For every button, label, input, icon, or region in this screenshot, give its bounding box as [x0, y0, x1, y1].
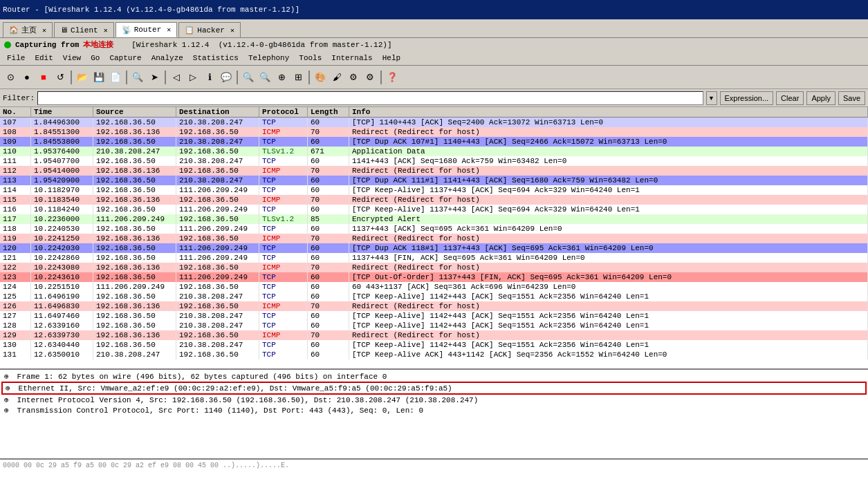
tab-hacker[interactable]: 📋 Hacker ✕ [178, 22, 241, 37]
table-row[interactable]: 1091.84553800192.168.36.50210.38.208.247… [0, 137, 868, 147]
pkt-src: 111.206.209.249 [93, 214, 176, 224]
filter-dropdown-btn[interactable]: ▼ [706, 91, 717, 105]
pkt-time: 10.1183540 [31, 195, 93, 205]
pkt-no: 108 [0, 127, 31, 137]
tb-zoom-in-btn[interactable]: 🔍 [241, 70, 256, 85]
menu-go[interactable]: Go [86, 53, 104, 64]
tb-zoom-out-btn[interactable]: 🔍 [257, 70, 273, 85]
tb-prefs-btn[interactable]: ⚙ [362, 70, 378, 85]
filter-clear-btn[interactable]: Clear [776, 91, 804, 105]
tab-router-label: Router [134, 26, 162, 34]
table-row[interactable]: 12611.6496830192.168.36.136192.168.36.50… [0, 301, 868, 311]
table-row[interactable]: 1071.84496300192.168.36.50210.38.208.247… [0, 118, 868, 127]
tb-stop-btn[interactable]: ■ [36, 70, 51, 85]
tb-colorize-btn[interactable]: 🖌 [329, 70, 344, 85]
detail-item[interactable]: ⊕ Transmission Control Protocol, Src Por… [1, 405, 867, 415]
table-row[interactable]: 11510.1183540192.168.36.136192.168.36.50… [0, 195, 868, 205]
caption-location: 本地连接 [83, 39, 113, 50]
pkt-proto: TLSv1.2 [259, 147, 308, 156]
tb-zoom-reset-btn[interactable]: ⊕ [274, 70, 289, 85]
table-row[interactable]: 1081.84551300192.168.36.136192.168.36.50… [0, 127, 868, 137]
pkt-len: 60 [308, 176, 349, 185]
table-row[interactable]: 12711.6497460192.168.36.50210.38.208.247… [0, 311, 868, 321]
pkt-proto: TCP [259, 185, 308, 195]
table-row[interactable]: 12010.2242030192.168.36.50111.206.209.24… [0, 243, 868, 253]
menu-statistics[interactable]: Statistics [189, 53, 243, 64]
table-row[interactable]: 11610.1184240192.168.36.50111.206.209.24… [0, 205, 868, 214]
table-row[interactable]: 12410.2251510111.206.209.249192.168.36.5… [0, 282, 868, 292]
toolbar-sep-5 [308, 71, 310, 84]
table-row[interactable]: 12310.2243610192.168.36.50111.206.209.24… [0, 272, 868, 282]
filter-apply-btn[interactable]: Apply [806, 91, 835, 105]
tab-home[interactable]: 🏠 主页 ✕ [3, 22, 53, 37]
tb-next-btn[interactable]: ▷ [185, 70, 201, 85]
tb-decode-btn[interactable]: ⚙ [346, 70, 361, 85]
table-row[interactable]: 11810.2240530192.168.36.50111.206.209.24… [0, 224, 868, 234]
table-row[interactable]: 12812.6339160192.168.36.50210.38.208.247… [0, 321, 868, 330]
menu-internals[interactable]: Internals [327, 53, 376, 64]
menu-tools[interactable]: Tools [295, 53, 326, 64]
tab-router-close[interactable]: ✕ [167, 26, 171, 34]
hex-panel[interactable]: 0000 00 0c 29 a5 f9 a5 00 0c 29 a2 ef e9… [0, 460, 868, 488]
pkt-info: [TCP] 1140+443 [ACK] Seq=2400 Ack=13072 … [349, 118, 868, 127]
menu-capture[interactable]: Capture [105, 53, 145, 64]
filter-input[interactable] [37, 91, 703, 105]
tb-open-btn[interactable]: 📂 [75, 70, 90, 85]
tb-expert-btn[interactable]: ℹ [202, 70, 217, 85]
table-row[interactable]: 12912.6339730192.168.36.136192.168.36.50… [0, 330, 868, 340]
filter-expression-btn[interactable]: Expression... [720, 91, 774, 105]
pkt-len: 60 [308, 350, 349, 359]
pkt-no: 130 [0, 340, 31, 350]
tb-find-btn[interactable]: 🔍 [130, 70, 145, 85]
caption-info: [Wireshark 1.12.4 (v1.12.4-0-gb4861da fr… [118, 41, 391, 49]
toolbar-sep-4 [237, 71, 238, 84]
tb-prev-btn[interactable]: ◁ [169, 70, 184, 85]
pkt-no: 125 [0, 292, 31, 301]
table-row[interactable]: 12210.2243080192.168.36.136192.168.36.50… [0, 263, 868, 272]
table-row[interactable]: 12110.2242860192.168.36.50111.206.209.24… [0, 253, 868, 263]
tb-comment-btn[interactable]: 💬 [219, 70, 234, 85]
menu-file[interactable]: File [3, 53, 29, 64]
pkt-info: Encrypted Alert [349, 214, 868, 224]
pkt-time: 12.6339730 [31, 330, 93, 340]
menu-analyze[interactable]: Analyze [147, 53, 187, 64]
tb-color-btn[interactable]: 🎨 [313, 70, 328, 85]
table-row[interactable]: 11410.1182970192.168.36.50111.206.209.24… [0, 185, 868, 195]
table-row[interactable]: 1101.95376400210.38.208.247192.168.36.50… [0, 147, 868, 156]
table-row[interactable]: 13012.6340440192.168.36.50210.38.208.247… [0, 340, 868, 350]
menu-help[interactable]: Help [378, 53, 405, 64]
table-row[interactable]: 13112.6350010210.38.208.247192.168.36.50… [0, 350, 868, 359]
filter-save-btn[interactable]: Save [838, 91, 865, 105]
tb-goto-btn[interactable]: ➤ [147, 70, 162, 85]
detail-item[interactable]: ⊕ Frame 1: 62 bytes on wire (496 bits), … [1, 371, 867, 382]
tab-client-close[interactable]: ✕ [104, 26, 108, 35]
tb-save-btn[interactable]: 💾 [91, 70, 107, 85]
table-row[interactable]: 1121.95414000192.168.36.136192.168.36.50… [0, 166, 868, 176]
tab-home-close[interactable]: ✕ [42, 26, 46, 35]
tb-help-btn[interactable]: ❓ [385, 70, 400, 85]
detail-item[interactable]: ⊕ Internet Protocol Version 4, Src: 192.… [1, 395, 867, 405]
table-row[interactable]: 11710.2236000111.206.209.249192.168.36.5… [0, 214, 868, 224]
table-row[interactable]: 11910.2241250192.168.36.136192.168.36.50… [0, 234, 868, 243]
pkt-src: 192.168.36.136 [93, 166, 176, 176]
tb-start-btn[interactable]: ● [19, 70, 35, 85]
detail-panel[interactable]: ⊕ Frame 1: 62 bytes on wire (496 bits), … [0, 370, 868, 460]
pkt-dst: 111.206.209.249 [176, 243, 259, 253]
menu-telephony[interactable]: Telephony [244, 53, 293, 64]
detail-item[interactable]: ⊕ Ethernet II, Src: Vmware_a2:ef:e9 (00:… [1, 382, 867, 395]
table-row[interactable]: 1131.95420900192.168.36.50210.38.208.247… [0, 176, 868, 185]
tb-restart-btn[interactable]: ↺ [53, 70, 68, 85]
tab-router[interactable]: 📡 Router ✕ [116, 22, 178, 37]
pkt-len: 60 [308, 137, 349, 147]
tb-resize-btn[interactable]: ⊞ [290, 70, 306, 85]
table-row[interactable]: 12511.6496190192.168.36.50210.38.208.247… [0, 292, 868, 301]
menu-edit[interactable]: Edit [30, 53, 57, 64]
tab-hacker-close[interactable]: ✕ [230, 26, 234, 35]
tb-interface-btn[interactable]: ⊙ [3, 70, 18, 85]
menu-view[interactable]: View [59, 53, 85, 64]
pkt-src: 192.168.36.136 [93, 263, 176, 272]
tab-client[interactable]: 🖥 Client ✕ [54, 22, 114, 37]
table-row[interactable]: 1111.95407700192.168.36.50210.38.208.247… [0, 156, 868, 166]
packet-list[interactable]: No. Time Source Destination Protocol Len… [0, 107, 868, 370]
tb-close-btn[interactable]: 📄 [108, 70, 123, 85]
